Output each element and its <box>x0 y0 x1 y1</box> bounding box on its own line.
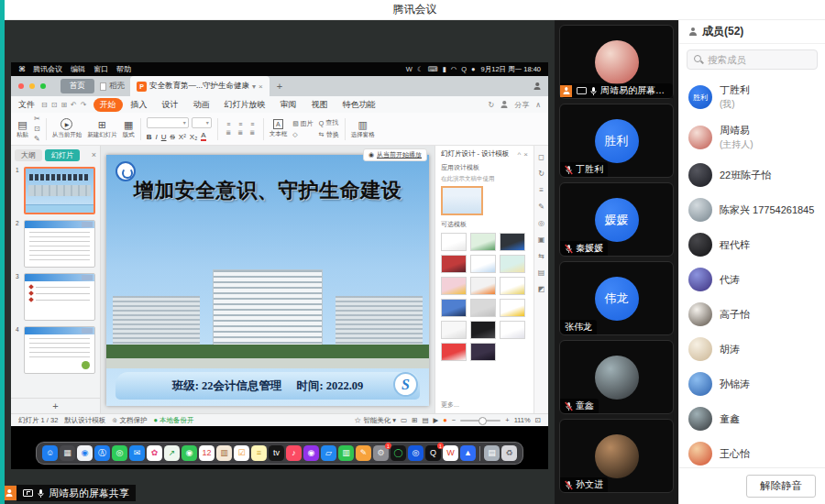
ribbon-tab[interactable]: 设计 <box>156 98 185 112</box>
tab-slides[interactable]: 幻灯片 <box>45 149 80 161</box>
dock-icon[interactable]: ▦ <box>60 445 75 461</box>
replace-button[interactable]: ⇆ 替换 <box>319 130 339 139</box>
video-tile[interactable]: 童鑫 <box>559 340 674 414</box>
member-row[interactable]: 周靖易 (主持人) <box>679 117 825 158</box>
dock-icon[interactable]: ✿ <box>147 445 162 461</box>
design-template-thumb[interactable] <box>470 321 496 339</box>
tab-active-document[interactable]: P 安全教育第—...守护生命健康 ▾ × <box>130 76 270 96</box>
local-backup-item[interactable]: ● 本地备份开 <box>153 416 193 425</box>
close-window-button[interactable] <box>18 83 24 89</box>
font-size-select[interactable]: ▾ <box>192 117 212 128</box>
close-pane-icon[interactable]: × <box>523 150 528 159</box>
ribbon-tab[interactable]: 视图 <box>305 98 335 112</box>
apple-menu-icon[interactable]: ⌘ <box>18 65 26 73</box>
design-template-thumb[interactable] <box>470 255 496 273</box>
slideshow-icon[interactable]: ▶ <box>434 416 439 424</box>
member-row[interactable]: 陈家兴 17754261845 <box>679 192 825 227</box>
current-slide-canvas[interactable]: 增加安全意识、守护生命建设 班级: 22会计信息管理 时间: 2022.09 <box>106 155 429 406</box>
menubar-clock[interactable]: 9月12日 周一 18:40 <box>481 65 541 74</box>
sidebar-tool-icon[interactable]: ✎ <box>538 203 544 211</box>
sidebar-tool-icon[interactable]: ↻ <box>538 170 544 178</box>
close-panel-icon[interactable]: × <box>92 150 96 159</box>
ribbon-tab[interactable]: 特色功能 <box>336 98 382 112</box>
dock-icon[interactable]: 12 <box>199 445 214 461</box>
design-template-thumb[interactable] <box>470 233 496 251</box>
zoom-level[interactable]: 111% <box>514 416 531 424</box>
more-templates-link[interactable]: 更多... <box>441 400 528 410</box>
dock-icon[interactable]: ▥ <box>216 445 232 461</box>
current-template-thumb[interactable] <box>441 186 483 215</box>
close-tab-icon[interactable]: × <box>258 82 263 91</box>
design-template-thumb[interactable] <box>441 233 467 251</box>
member-search-box[interactable] <box>687 49 818 70</box>
menubar-status-icon[interactable]: ⌨ <box>428 65 438 73</box>
design-template-thumb[interactable] <box>441 321 467 339</box>
ribbon-tab[interactable]: 审阅 <box>274 98 303 112</box>
design-template-thumb[interactable] <box>470 277 496 295</box>
document-protect-item[interactable]: ⊙ 文档保护 <box>112 416 147 425</box>
dock-icon[interactable]: ✉ <box>129 445 145 461</box>
unmute-button[interactable]: 解除静音 <box>746 475 816 498</box>
design-template-thumb[interactable] <box>441 255 467 273</box>
insert-shape-button[interactable]: ◇ <box>292 131 314 138</box>
play-from-current-pill[interactable]: ◉ 从当前开始播放 <box>363 148 427 161</box>
dock-icon[interactable]: ▲ <box>460 445 476 461</box>
underline-button[interactable]: U <box>161 133 167 141</box>
member-row[interactable]: 胡涛 <box>679 332 825 367</box>
collapse-pane-icon[interactable]: ^ <box>518 150 522 159</box>
menubar-item[interactable]: 帮助 <box>116 64 131 74</box>
member-row[interactable]: 程代梓 <box>679 227 825 262</box>
font-color-button[interactable]: A <box>201 131 205 141</box>
dock-icon[interactable]: ▤ <box>484 445 500 461</box>
dock-icon[interactable] <box>478 446 482 461</box>
menubar-item[interactable]: 窗口 <box>94 64 108 74</box>
new-tab-button[interactable]: + <box>277 81 282 92</box>
video-tile[interactable]: 孙文进 <box>559 419 674 493</box>
add-slide-button[interactable]: + <box>11 398 100 413</box>
sidebar-tool-icon[interactable]: ▤ <box>538 268 545 277</box>
menubar-status-icon[interactable]: ▮ <box>442 65 446 73</box>
collapse-ribbon-icon[interactable]: ∧ <box>535 101 541 109</box>
quick-access-icon[interactable]: ↷ <box>81 101 87 109</box>
quick-access-icon[interactable]: ⊞ <box>60 101 67 109</box>
design-template-thumb[interactable] <box>500 255 525 273</box>
template-name[interactable]: 默认设计模板 <box>64 416 105 425</box>
italic-button[interactable]: I <box>155 133 157 141</box>
menubar-status-icon[interactable]: Q <box>461 65 467 73</box>
menubar-item[interactable]: 编辑 <box>71 64 85 74</box>
dock-icon[interactable]: Q 1 <box>425 445 441 461</box>
ribbon-tab[interactable]: 插入 <box>125 98 154 112</box>
dock-icon[interactable]: ◎ <box>112 445 127 461</box>
fit-slide-icon[interactable]: ⊡ <box>535 416 541 424</box>
slide-thumbnail-2[interactable] <box>24 220 95 268</box>
alignment-icon[interactable]: ≡ <box>224 121 234 127</box>
slide-editing-stage[interactable]: ◉ 从当前开始播放 增加安全意识、守护生命建设 <box>101 146 434 413</box>
member-row[interactable]: 高子怡 <box>679 297 825 332</box>
slide-thumbnail-1[interactable] <box>24 167 95 214</box>
dock-icon[interactable]: ▥ <box>338 445 354 461</box>
ribbon-tab[interactable]: 动画 <box>187 98 216 112</box>
vip-icon[interactable]: ● <box>443 416 447 424</box>
design-template-thumb[interactable] <box>441 299 467 317</box>
reading-view-icon[interactable]: ▤ <box>422 416 428 424</box>
alignment-icon[interactable]: ≣ <box>236 129 246 137</box>
tab-docer[interactable]: 稻壳 <box>100 81 125 92</box>
sidebar-tool-icon[interactable]: ≡ <box>539 186 544 194</box>
dock-icon[interactable]: ▱ <box>321 445 336 461</box>
member-row[interactable]: 代涛 <box>679 262 825 297</box>
menubar-item[interactable]: 腾讯会议 <box>33 64 62 74</box>
dock-icon[interactable]: ♪ <box>286 445 302 461</box>
menubar-status-icon[interactable]: W <box>406 65 412 73</box>
design-template-thumb[interactable] <box>500 233 525 251</box>
member-row[interactable]: 胜利 丁胜利 (我) <box>679 77 825 117</box>
dock-icon[interactable]: W <box>443 445 458 461</box>
play-from-current-button[interactable]: ▶ 从当前开始 <box>52 118 82 139</box>
zoom-in-button[interactable]: + <box>505 416 509 424</box>
textbox-button[interactable]: A 文本框 <box>270 119 288 138</box>
file-menu[interactable]: 文件 <box>18 99 35 111</box>
smart-beautify-button[interactable]: ☆ 智能美化 ▾ <box>355 416 396 425</box>
member-row[interactable]: 王心怡 <box>679 436 825 467</box>
slide-thumbnail-3[interactable] <box>24 273 95 321</box>
design-template-thumb[interactable] <box>470 343 496 361</box>
layout-button[interactable]: ▦ 版式 <box>123 119 135 139</box>
